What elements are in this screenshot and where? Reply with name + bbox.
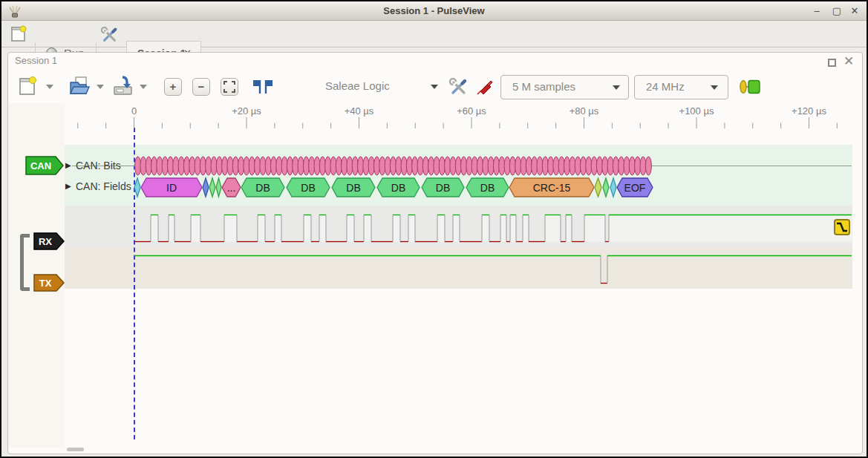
device-select[interactable]: Saleae Logic — [316, 77, 443, 99]
rx-waveform-fill — [169, 215, 174, 242]
rx-waveform-fill — [482, 215, 489, 242]
ruler-label: +40 µs — [345, 105, 374, 117]
decoder-row-fields-expander[interactable]: ▶ — [65, 182, 71, 190]
can-field-annotation — [134, 178, 140, 197]
can-field-label: DB — [436, 182, 450, 194]
rx-waveform-fill — [500, 215, 506, 242]
rx-waveform-fill — [523, 215, 529, 242]
rx-waveform-fill — [364, 215, 371, 242]
new-file-dropdown-arrow[interactable] — [46, 85, 53, 89]
falling-edge-icon — [835, 220, 849, 234]
decoder-row-bits-expander[interactable]: ▶ — [65, 161, 71, 169]
zoom-out-button[interactable]: − — [192, 78, 210, 96]
can-field-label: DB — [391, 182, 405, 194]
open-file-icon[interactable] — [68, 76, 91, 96]
rx-waveform-fill — [304, 215, 311, 242]
new-session-icon[interactable] — [10, 25, 27, 43]
tx-trace-tag-label: TX — [39, 278, 52, 289]
horizontal-scrollbar-handle[interactable] — [67, 448, 84, 451]
rx-waveform-fill — [347, 215, 354, 242]
can-field-label: DB — [480, 182, 495, 194]
sample-count-value: 5 M samples — [512, 80, 575, 93]
rx-waveform-fill — [275, 215, 281, 242]
decoder-row-bits-label: CAN: Bits — [76, 160, 121, 171]
maximize-button[interactable]: ▢ — [831, 5, 843, 17]
rx-waveform-fill — [453, 215, 460, 242]
device-select-arrow — [431, 85, 438, 89]
can-trace-tag-label: CAN — [30, 160, 51, 171]
can-field-annotation — [216, 178, 221, 197]
ruler-label: +20 µs — [232, 105, 261, 117]
device-select-value: Saleae Logic — [325, 79, 390, 92]
can-field-label: DB — [255, 182, 270, 194]
zoom-in-button[interactable]: + — [164, 78, 182, 96]
session-restore-icon[interactable] — [828, 59, 836, 67]
rx-waveform-fill — [584, 215, 605, 242]
rx-waveform-fill — [191, 215, 200, 242]
sample-count-arrow — [613, 85, 620, 90]
ruler-label: +120 µs — [792, 105, 826, 117]
rx-waveform-fill — [258, 215, 265, 242]
decoder-row-fields-label: CAN: Fields — [76, 180, 131, 192]
rx-waveform-fill — [224, 215, 237, 242]
can-field-label: DB — [346, 182, 360, 194]
rx-waveform-fill — [510, 215, 516, 242]
channels-probe-icon[interactable] — [475, 77, 495, 96]
sample-rate-arrow — [711, 85, 718, 90]
open-file-dropdown-arrow[interactable] — [97, 85, 104, 89]
save-file-dropdown-arrow[interactable] — [140, 85, 147, 89]
trigger-falling-edge-marker[interactable] — [834, 219, 850, 235]
close-button[interactable]: ✕ — [849, 5, 861, 17]
can-field-label: CRC-15 — [533, 182, 571, 194]
sample-rate-select[interactable]: 24 MHz — [634, 75, 728, 99]
rx-waveform-fill — [393, 215, 400, 242]
save-file-icon[interactable] — [111, 76, 134, 96]
can-field-label: ID — [166, 182, 177, 194]
cursors-flags-icon[interactable] — [251, 78, 275, 96]
rx-waveform-fill — [609, 215, 852, 242]
waveform-canvas: 0+20 µs+40 µs+60 µs+80 µs+100 µs+120 µsI… — [9, 103, 852, 454]
rx-waveform-fill — [437, 215, 445, 242]
window-title: Session 1 - PulseView — [1, 1, 867, 20]
new-file-icon[interactable] — [18, 76, 37, 96]
ruler-label: +80 µs — [570, 105, 599, 117]
pulseview-window: Session 1 - PulseView – ▢ ✕ Run Session … — [0, 0, 868, 458]
can-field-annotation — [610, 178, 616, 197]
can-field-annotation — [203, 178, 209, 197]
can-field-annotation — [603, 178, 609, 197]
add-decoder-icon[interactable] — [739, 79, 761, 95]
rx-waveform-fill — [408, 215, 415, 242]
session-window-title: Session 1 — [15, 55, 57, 66]
ruler-label: +100 µs — [679, 105, 714, 117]
minimize-button[interactable]: – — [811, 5, 823, 17]
can-field-annotation — [209, 178, 215, 197]
rx-waveform-fill — [545, 215, 561, 242]
channel-group-bracket[interactable] — [20, 234, 30, 291]
can-field-annotation — [595, 178, 601, 197]
ruler-label: 0 — [131, 105, 137, 117]
main-toolbar: Run Session 1 ✕ — [1, 21, 867, 48]
rx-waveform-fill — [151, 215, 158, 242]
sample-rate-value: 24 MHz — [646, 80, 685, 93]
rx-trace-tag-label: RX — [39, 236, 52, 247]
ruler-label: +60 µs — [457, 105, 486, 117]
rx-waveform-fill — [566, 215, 572, 242]
sample-count-select[interactable]: 5 M samples — [500, 75, 629, 99]
settings-icon[interactable] — [100, 26, 118, 44]
title-bar: Session 1 - PulseView – ▢ ✕ — [1, 1, 867, 21]
can-field-label: EOF — [624, 182, 646, 194]
can-field-label: DB — [301, 182, 315, 194]
can-bit-annotation — [645, 157, 651, 175]
can-field-label: ... — [227, 182, 236, 194]
device-config-icon[interactable] — [448, 77, 468, 96]
session-close-icon[interactable]: ✕ — [843, 53, 854, 69]
rx-waveform-fill — [319, 215, 326, 242]
zoom-fit-button[interactable] — [221, 78, 238, 96]
